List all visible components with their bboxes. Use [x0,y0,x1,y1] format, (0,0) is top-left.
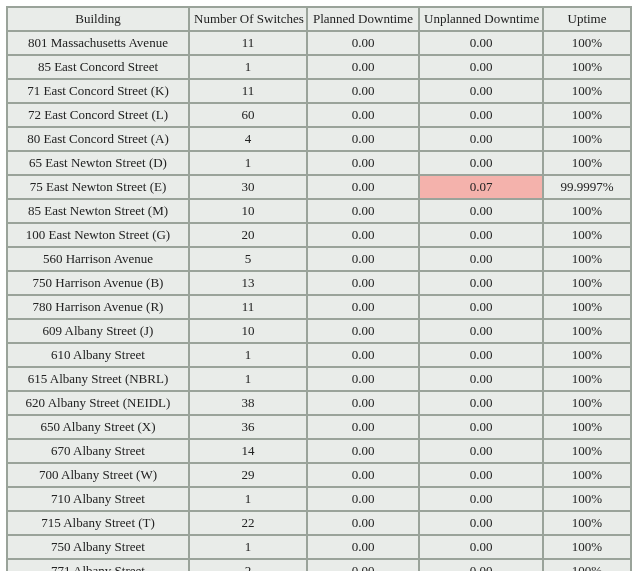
cell-unplanned: 0.00 [419,439,543,463]
cell-unplanned: 0.00 [419,247,543,271]
cell-building: 771 Albany Street [7,559,189,571]
cell-unplanned: 0.00 [419,391,543,415]
cell-unplanned: 0.00 [419,487,543,511]
cell-planned: 0.00 [307,487,419,511]
table-row: 700 Albany Street (W)290.000.00100% [7,463,631,487]
cell-building: 75 East Newton Street (E) [7,175,189,199]
cell-planned: 0.00 [307,463,419,487]
cell-building: 610 Albany Street [7,343,189,367]
cell-switches: 1 [189,535,307,559]
cell-unplanned: 0.00 [419,319,543,343]
cell-planned: 0.00 [307,439,419,463]
table-row: 710 Albany Street10.000.00100% [7,487,631,511]
table-row: 560 Harrison Avenue50.000.00100% [7,247,631,271]
cell-building: 650 Albany Street (X) [7,415,189,439]
table-row: 80 East Concord Street (A)40.000.00100% [7,127,631,151]
cell-switches: 11 [189,295,307,319]
cell-building: 780 Harrison Avenue (R) [7,295,189,319]
cell-uptime: 100% [543,439,631,463]
col-header-planned: Planned Downtime [307,7,419,31]
cell-switches: 4 [189,127,307,151]
cell-uptime: 100% [543,463,631,487]
cell-building: 620 Albany Street (NEIDL) [7,391,189,415]
cell-unplanned: 0.00 [419,367,543,391]
cell-unplanned: 0.00 [419,343,543,367]
cell-uptime: 100% [543,343,631,367]
cell-planned: 0.00 [307,175,419,199]
table-row: 650 Albany Street (X)360.000.00100% [7,415,631,439]
cell-uptime: 100% [543,367,631,391]
table-row: 670 Albany Street140.000.00100% [7,439,631,463]
cell-building: 750 Albany Street [7,535,189,559]
cell-building: 71 East Concord Street (K) [7,79,189,103]
table-header-row: Building Number Of Switches Planned Down… [7,7,631,31]
cell-building: 65 East Newton Street (D) [7,151,189,175]
cell-unplanned: 0.00 [419,415,543,439]
cell-planned: 0.00 [307,223,419,247]
cell-switches: 29 [189,463,307,487]
cell-switches: 10 [189,319,307,343]
cell-switches: 1 [189,367,307,391]
cell-uptime: 100% [543,415,631,439]
cell-planned: 0.00 [307,271,419,295]
table-row: 750 Harrison Avenue (B)130.000.00100% [7,271,631,295]
cell-uptime: 100% [543,199,631,223]
cell-switches: 13 [189,271,307,295]
cell-uptime: 100% [543,319,631,343]
cell-unplanned: 0.00 [419,559,543,571]
cell-switches: 11 [189,79,307,103]
col-header-switches: Number Of Switches [189,7,307,31]
uptime-table: Building Number Of Switches Planned Down… [6,6,632,571]
cell-building: 72 East Concord Street (L) [7,103,189,127]
table-row: 771 Albany Street20.000.00100% [7,559,631,571]
cell-uptime: 100% [543,223,631,247]
cell-planned: 0.00 [307,199,419,223]
cell-unplanned: 0.00 [419,55,543,79]
cell-building: 85 East Newton Street (M) [7,199,189,223]
cell-planned: 0.00 [307,559,419,571]
cell-switches: 22 [189,511,307,535]
table-row: 100 East Newton Street (G)200.000.00100% [7,223,631,247]
cell-switches: 14 [189,439,307,463]
cell-unplanned: 0.00 [419,199,543,223]
table-row: 610 Albany Street10.000.00100% [7,343,631,367]
cell-planned: 0.00 [307,391,419,415]
table-row: 75 East Newton Street (E)300.000.0799.99… [7,175,631,199]
col-header-building: Building [7,7,189,31]
cell-switches: 1 [189,487,307,511]
cell-switches: 30 [189,175,307,199]
cell-planned: 0.00 [307,511,419,535]
cell-unplanned: 0.00 [419,223,543,247]
cell-uptime: 100% [543,511,631,535]
table-row: 609 Albany Street (J)100.000.00100% [7,319,631,343]
cell-switches: 36 [189,415,307,439]
table-row: 71 East Concord Street (K)110.000.00100% [7,79,631,103]
cell-uptime: 100% [543,271,631,295]
table-row: 715 Albany Street (T)220.000.00100% [7,511,631,535]
table-row: 750 Albany Street10.000.00100% [7,535,631,559]
cell-building: 801 Massachusetts Avenue [7,31,189,55]
table-row: 801 Massachusetts Avenue110.000.00100% [7,31,631,55]
cell-uptime: 99.9997% [543,175,631,199]
cell-uptime: 100% [543,559,631,571]
cell-planned: 0.00 [307,343,419,367]
cell-planned: 0.00 [307,247,419,271]
cell-uptime: 100% [543,535,631,559]
cell-uptime: 100% [543,391,631,415]
cell-building: 700 Albany Street (W) [7,463,189,487]
cell-unplanned: 0.00 [419,127,543,151]
table-row: 615 Albany Street (NBRL)10.000.00100% [7,367,631,391]
cell-building: 609 Albany Street (J) [7,319,189,343]
cell-uptime: 100% [543,55,631,79]
cell-planned: 0.00 [307,367,419,391]
cell-unplanned: 0.00 [419,151,543,175]
cell-planned: 0.00 [307,151,419,175]
cell-unplanned: 0.00 [419,463,543,487]
table-row: 85 East Concord Street10.000.00100% [7,55,631,79]
cell-building: 750 Harrison Avenue (B) [7,271,189,295]
cell-uptime: 100% [543,31,631,55]
cell-planned: 0.00 [307,103,419,127]
cell-switches: 38 [189,391,307,415]
cell-switches: 1 [189,343,307,367]
table-row: 85 East Newton Street (M)100.000.00100% [7,199,631,223]
